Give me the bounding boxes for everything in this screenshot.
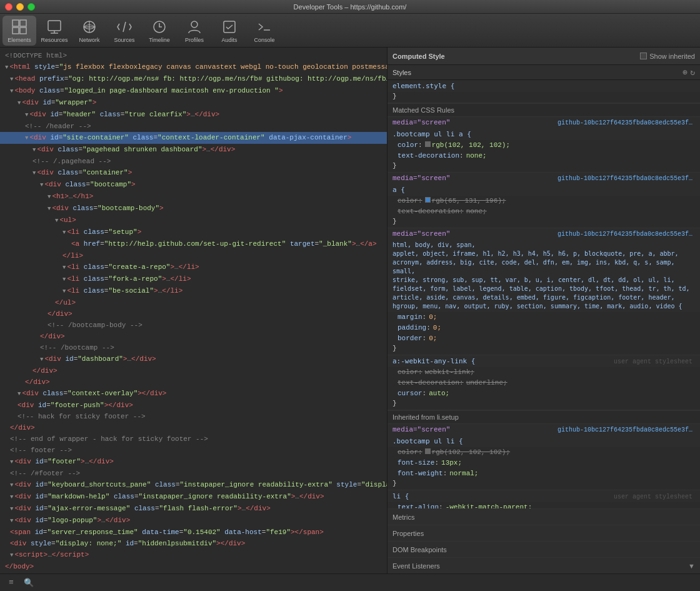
html-line: <div id="markdown-help" class="instapape… [0,491,387,503]
svg-rect-2 [12,28,19,34]
add-rule-icon[interactable]: ⊕ [682,68,688,78]
event-listeners-row[interactable]: Event Listeners ▼ [388,557,700,573]
element-style-header: element.style { [388,80,700,92]
breadcrumb-icon[interactable]: ≡ [5,577,18,589]
html-line: <div id="logo-popup">…</div> [0,515,387,527]
html-line: <html style="js flexbox flexboxlegacy ca… [0,61,387,73]
profiles-icon [186,18,203,36]
css-media: media="screen" [392,230,450,238]
css-file-link[interactable]: github-10bc127f64235fbda0c8edc55e3f6fc33… [558,231,695,238]
html-line: <!-- footer --> [0,445,387,456]
css-selector: .bootcamp ul li a { [392,130,471,138]
css-rule-header: media="screen" github-10bc127f64235fbda0… [388,173,700,184]
toolbar-item-resources[interactable]: Resources [38,16,71,46]
audits-label: Audits [221,37,237,43]
elements-label: Elements [8,37,31,43]
maximize-button[interactable] [28,3,35,11]
css-file-link[interactable]: github-10bc127f64235fbda0c8edc55e3f6fc33… [558,175,695,182]
html-line: </body> [0,561,387,572]
svg-point-7 [191,21,198,28]
toolbar-item-sources[interactable]: Sources [108,16,141,46]
html-line: <!-- /bootcamp-body --> [0,320,387,331]
resources-label: Resources [41,37,68,43]
network-icon [81,18,98,36]
css-rule-a: media="screen" github-10bc127f64235fbda0… [388,173,700,228]
matched-css-rules-title: Matched CSS Rules [392,106,454,114]
css-inspector: Computed Style Show inherited Styles ⊕ ↻… [388,48,700,573]
toolbar-item-audits[interactable]: Audits [212,16,246,46]
properties-row[interactable]: Properties [388,525,700,541]
svg-rect-3 [20,28,26,34]
styles-title: Styles [392,69,411,76]
show-inherited-checkbox[interactable]: Show inherited [640,53,695,60]
css-property: text-decoration: underline; [388,378,700,388]
css-rule-reset: media="screen" github-10bc127f64235fbda0… [388,228,700,355]
html-line: <div id="keyboard_shortcuts_pane" class=… [0,479,387,491]
close-button[interactable] [5,3,12,11]
css-file-link[interactable]: github-10bc127f64235fbda0c8edc55e3f6fc33… [558,119,695,126]
timeline-icon [151,18,168,36]
css-property: text-align: -webkit-match-parent; [388,502,700,508]
css-selector: li { [392,492,409,500]
html-line: </div> [0,331,387,342]
css-selector-row: a { [388,184,700,196]
filter-icon[interactable]: ▼ [688,562,695,570]
console-label: Console [254,37,274,43]
properties-label: Properties [392,530,424,537]
element-style-block: element.style { } [388,80,700,103]
show-inherited-label: Show inherited [649,53,695,60]
svg-rect-4 [48,21,61,31]
matched-css-rules-header: Matched CSS Rules [388,103,700,117]
search-icon[interactable]: 🔍 [22,577,35,589]
css-rule-header: li { user agent stylesheet [388,490,700,502]
html-line: <div class="pagehead shrunken dashboard"… [0,144,387,156]
css-rule-end: } [388,217,700,228]
dom-breakpoints-row[interactable]: DOM Breakpoints [388,541,700,557]
color-swatch [425,141,431,147]
css-rules-area[interactable]: media="screen" github-10bc127f64235fbda0… [388,117,700,508]
metrics-row[interactable]: Metrics [388,508,700,525]
css-property: color: rgb(65, 131, 196); [388,196,700,206]
html-line: <div id="header" class="true clearfix">…… [0,109,387,121]
sources-icon [116,18,133,36]
toolbar-item-network[interactable]: Network [72,16,106,46]
inherited-checkbox[interactable] [640,53,647,59]
html-line: <!-- end of wrapper - hack for sticky fo… [0,433,387,445]
css-rule-bootcamp-li: media="screen" github-10bc127f64235fbda0… [388,424,700,490]
toolbar-item-timeline[interactable]: Timeline [142,16,176,46]
elements-icon [11,18,28,36]
html-line: <div class="container"> [0,167,387,179]
html-line: </div> [0,365,387,376]
resources-icon [46,18,63,36]
refresh-icon[interactable]: ↻ [690,68,695,78]
html-line: <ul> [0,215,387,226]
html-inspector[interactable]: <!DOCTYPE html> <html style="js flexbox … [0,48,388,573]
html-line: </ul> [0,297,387,308]
css-property: margin: 0; [388,312,700,323]
css-rule-li: li { user agent stylesheet text-align: -… [388,490,700,508]
css-selector: a { [392,186,405,194]
element-style-selector: element.style { [392,82,454,90]
css-property: font-weight: normal; [388,468,700,479]
toolbar-item-profiles[interactable]: Profiles [178,16,211,46]
computed-style-title: Computed Style [392,53,445,60]
css-selector: html, body, div, span, applet, object, i… [392,241,690,310]
html-line: <a href="http://help.github.com/set-up-g… [0,238,387,250]
user-agent-label: user agent stylesheet [614,358,695,365]
css-property: text-decoration: none; [388,151,700,161]
minimize-button[interactable] [16,3,24,11]
toolbar-item-elements[interactable]: Elements [2,16,36,46]
html-line: <h1>…</h1> [0,191,387,203]
css-file-link[interactable]: github-10bc127f64235fbda0c8edc55e3f6fc33… [558,427,695,433]
css-property: font-size: 13px; [388,458,700,468]
svg-rect-8 [224,21,235,33]
html-line: <!-- hack for sticky footer --> [0,411,387,422]
css-property: color: rgb(102, 102, 102); [388,140,700,151]
inherited-from-li: Inherited from li.setup [388,410,700,424]
html-line: <!-- /header --> [0,121,387,132]
toolbar-item-console[interactable]: Console [248,16,281,46]
html-line: <!DOCTYPE html> [0,50,387,61]
html-line: <div class="bootcamp-body"> [0,203,387,215]
computed-style-header: Computed Style Show inherited [388,48,700,65]
css-rule-end: } [388,479,700,490]
